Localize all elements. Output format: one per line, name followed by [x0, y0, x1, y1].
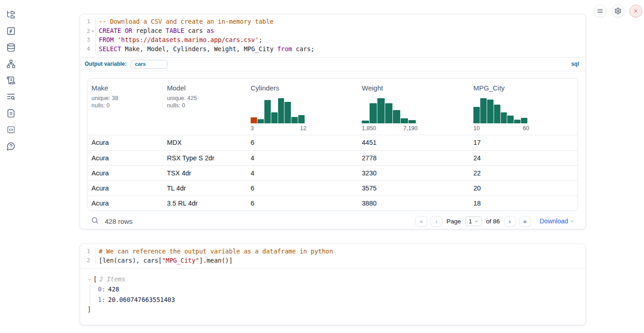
histogram-bar	[393, 110, 400, 123]
column-title: Make	[91, 84, 163, 92]
settings-gear-button[interactable]	[612, 5, 624, 17]
code-line[interactable]: 2CREATE OR replace TABLE cars as	[80, 26, 585, 36]
function-square-icon[interactable]	[6, 26, 16, 36]
table-cell: 6	[247, 185, 358, 192]
column-title: Weight	[362, 84, 470, 92]
code-line[interactable]: 2[len(cars), cars["MPG_City"].mean()]	[80, 256, 585, 265]
fold-chevron-icon[interactable]	[90, 26, 95, 36]
table-cell: MDX	[163, 139, 247, 146]
list-search-icon[interactable]	[6, 92, 16, 101]
column-header-mpg-city[interactable]: MPG_City 10 60	[470, 79, 578, 135]
output-variable-row: Output variable: cars sql	[80, 57, 585, 71]
next-page-button[interactable]: ›	[504, 216, 516, 227]
table-cell: 3230	[358, 169, 470, 177]
table-cell: 4451	[358, 139, 470, 146]
histogram-bar	[521, 118, 527, 123]
table-cell: 18	[470, 200, 578, 207]
table-cell: Acura	[88, 185, 163, 192]
histogram-axis-labels: 1,850 7,190	[362, 125, 418, 132]
code-text: FROM 'https://datasets.marimo.app/cars.c…	[95, 36, 585, 45]
tree-open-bracket: [	[93, 275, 97, 284]
previous-page-button[interactable]: ‹	[430, 216, 442, 227]
page-number-value: 1	[469, 218, 472, 225]
table-row[interactable]: AcuraTL 4dr6357520	[88, 180, 578, 196]
histogram-bar	[370, 103, 377, 123]
table-cell: 6	[247, 200, 358, 207]
column-header-cylinders[interactable]: Cylinders 3 12	[247, 79, 358, 135]
line-number: 1	[80, 17, 90, 26]
table-row[interactable]: AcuraTSX 4dr4323022	[88, 165, 578, 180]
table-row[interactable]: AcuraRSX Type S 2dr4277824	[88, 150, 578, 165]
download-button[interactable]: Download	[540, 217, 574, 225]
table-cell: 4	[247, 154, 358, 162]
histogram-bar	[401, 118, 408, 123]
table-cell: Acura	[88, 154, 163, 162]
chevron-down-icon[interactable]	[87, 277, 92, 282]
table-cell: 6	[247, 139, 358, 146]
table-row[interactable]: Acura3.5 RL 4dr6388018	[88, 196, 578, 211]
column-nulls-stat: nulls: 0	[167, 102, 247, 110]
histogram-bar	[264, 100, 271, 123]
python-code-editor[interactable]: 1# We can reference the output variable …	[80, 244, 585, 268]
help-bubble-icon[interactable]	[6, 142, 16, 151]
output-variable-label: Output variable:	[85, 61, 127, 67]
column-header-make[interactable]: Make unique: 38 nulls: 0	[88, 79, 163, 135]
language-badge: sql	[571, 61, 579, 67]
dependency-graph-icon[interactable]	[6, 59, 16, 69]
column-header-model[interactable]: Model unique: 425 nulls: 0	[163, 79, 247, 135]
table-cell: Acura	[88, 169, 163, 177]
table-header: Make unique: 38 nulls: 0 Model unique: 4…	[88, 79, 578, 135]
histogram-bar	[473, 107, 480, 123]
marimo-notebook: 1-- Download a CSV and create an in-memo…	[0, 0, 644, 333]
first-page-button[interactable]: «	[415, 216, 427, 227]
histogram-bar	[377, 98, 385, 123]
histogram-axis-labels: 10 60	[473, 125, 529, 132]
close-button[interactable]	[629, 5, 642, 17]
code-line[interactable]: 1-- Download a CSV and create an in-memo…	[80, 17, 585, 26]
code-line[interactable]: 3FROM 'https://datasets.marimo.app/cars.…	[80, 36, 585, 45]
document-icon[interactable]	[6, 109, 16, 118]
histogram-bar	[507, 116, 514, 123]
page-number-select[interactable]: 1	[465, 217, 482, 226]
column-header-weight[interactable]: Weight 1,850 7,190	[358, 79, 470, 135]
tree-header: [ 2 Items	[87, 275, 578, 284]
table-footer: 428 rows « ‹ Page 1 of 86 › » Download	[87, 211, 578, 229]
code-line[interactable]: 4SELECT Make, Model, Cylinders, Weight, …	[80, 45, 585, 54]
last-page-button[interactable]: »	[519, 216, 531, 227]
histogram-axis-labels: 3 12	[251, 125, 306, 132]
code-line[interactable]: 1# We can reference the output variable …	[80, 247, 585, 256]
axis-min-label: 1,850	[362, 125, 376, 132]
output-variable-input[interactable]: cars	[131, 60, 167, 69]
table-cell: 24	[470, 154, 578, 162]
table-cell: 3880	[358, 200, 470, 207]
search-icon[interactable]	[91, 217, 99, 226]
tree-item-key: 1:	[98, 296, 105, 303]
code-text: [len(cars), cars["MPG_City"].mean()]	[95, 256, 585, 265]
table-cell: 22	[470, 169, 578, 177]
page-total-label: of 86	[486, 218, 500, 225]
table-cell: 4	[247, 169, 358, 177]
code-snippets-icon[interactable]	[6, 125, 16, 134]
column-title: Cylinders	[251, 84, 358, 92]
tree-close-bracket: ]	[87, 305, 578, 314]
table-body: AcuraMDX6445117AcuraRSX Type S 2dr427782…	[88, 135, 578, 211]
line-number: 4	[80, 45, 90, 54]
table-cell: RSX Type S 2dr	[163, 154, 247, 162]
histogram-bar	[514, 120, 521, 123]
histogram-bar	[251, 117, 257, 123]
tree-item: 1:20.060747663551403	[98, 295, 578, 305]
table-row[interactable]: AcuraMDX6445117	[88, 135, 578, 150]
histogram-bar	[278, 98, 284, 123]
histogram-bar	[408, 120, 416, 123]
file-tree-icon[interactable]	[6, 10, 16, 19]
database-icon[interactable]	[6, 43, 16, 52]
sql-code-editor[interactable]: 1-- Download a CSV and create an in-memo…	[80, 14, 585, 57]
axis-min-label: 10	[473, 125, 480, 132]
histogram-bar	[385, 103, 392, 123]
column-unique-stat: unique: 425	[167, 95, 247, 102]
hamburger-menu-button[interactable]	[594, 5, 606, 17]
python-output: [ 2 Items 0:4281:20.060747663551403 ]	[80, 268, 585, 314]
scroll-icon[interactable]	[6, 76, 16, 85]
axis-max-label: 60	[523, 125, 529, 132]
histogram-bar	[480, 98, 487, 123]
